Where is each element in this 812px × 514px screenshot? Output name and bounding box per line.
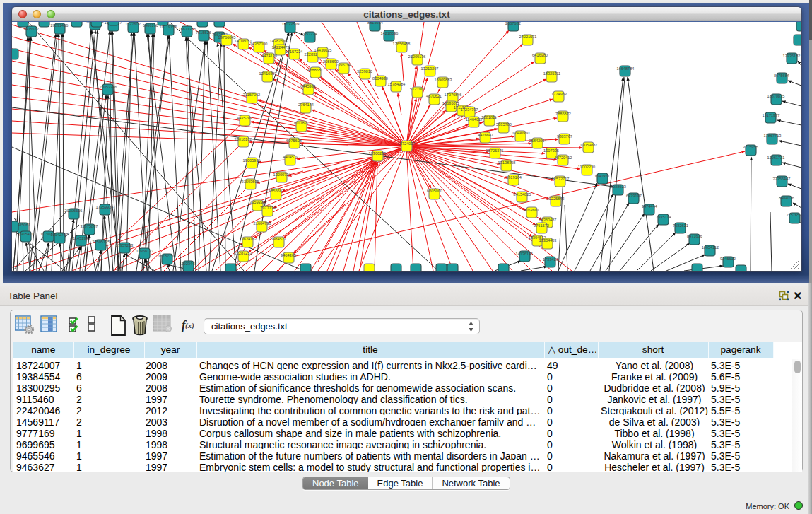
svg-text:24221571: 24221571 [519,35,537,39]
svg-text:3259810: 3259810 [357,69,372,74]
svg-text:12410307: 12410307 [259,71,277,76]
svg-text:3881811: 3881811 [481,115,496,119]
svg-text:17059887: 17059887 [580,143,598,147]
svg-text:17957253: 17957253 [116,243,134,247]
svg-text:2935114: 2935114 [656,215,671,219]
svg-text:15784984: 15784984 [388,82,406,86]
svg-text:16671355: 16671355 [179,27,196,31]
svg-text:4435289: 4435289 [237,116,252,120]
svg-text:21209136: 21209136 [408,54,426,59]
svg-text:14436625: 14436625 [314,48,332,52]
svg-text:18725376: 18725376 [486,148,504,153]
svg-text:6466160: 6466160 [143,23,158,28]
svg-text:6445991: 6445991 [300,84,316,88]
svg-text:5984527: 5984527 [271,237,286,241]
svg-text:18724007: 18724007 [398,141,416,146]
svg-text:14357000: 14357000 [250,42,268,46]
svg-text:2764144: 2764144 [298,103,314,107]
svg-text:4404579: 4404579 [283,155,298,159]
svg-text:11464027: 11464027 [466,117,483,122]
svg-text:11002230: 11002230 [578,165,595,169]
svg-text:1855667: 1855667 [269,189,284,193]
svg-text:8813014: 8813014 [367,22,383,25]
svg-text:20891406: 20891406 [51,23,69,28]
svg-text:6479197: 6479197 [626,194,642,198]
svg-text:24154825: 24154825 [514,192,531,197]
svg-text:19766045: 19766045 [218,35,236,40]
svg-text:19171977: 19171977 [763,113,780,117]
svg-text:22572717: 22572717 [552,177,570,181]
svg-text:16909883: 16909883 [435,78,452,82]
svg-text:7632621: 7632621 [673,223,688,228]
svg-text:3215955: 3215955 [743,145,758,149]
svg-text:(x): (x) [185,321,194,330]
svg-text:21576524: 21576524 [787,213,801,217]
svg-text:8471636: 8471636 [687,234,702,238]
svg-text:13624162: 13624162 [240,237,257,241]
svg-text:8004930: 8004930 [372,76,388,81]
svg-text:4870621: 4870621 [426,94,442,98]
svg-text:16782759: 16782759 [158,254,176,258]
svg-text:21604736: 21604736 [254,221,271,226]
svg-text:3915411: 3915411 [18,232,33,236]
svg-text:1907395: 1907395 [543,148,559,153]
svg-text:17359924: 17359924 [96,205,114,209]
svg-text:14387508: 14387508 [270,39,288,43]
svg-text:7885872: 7885872 [555,112,571,116]
svg-text:12923448: 12923448 [180,262,197,266]
svg-text:8938923: 8938923 [611,185,626,189]
svg-text:6416980: 6416980 [532,53,548,57]
svg-text:4053807: 4053807 [524,208,539,212]
svg-text:16033809: 16033809 [282,22,300,26]
svg-text:8475684: 8475684 [774,74,789,78]
svg-text:12496950: 12496950 [512,131,530,135]
svg-text:7977734: 7977734 [260,206,276,210]
svg-text:16648784: 16648784 [617,66,635,71]
svg-text:6075608: 6075608 [286,139,302,143]
svg-text:13219297: 13219297 [421,66,439,71]
svg-text:21593605: 21593605 [242,180,259,184]
svg-text:1527602: 1527602 [125,22,141,26]
svg-text:25842064: 25842064 [529,139,547,143]
svg-text:23505135: 23505135 [93,240,110,244]
svg-text:9245612: 9245612 [720,257,736,261]
svg-text:5121901: 5121901 [410,87,425,91]
svg-text:14218596: 14218596 [381,31,399,35]
svg-text:4428847: 4428847 [478,133,493,137]
svg-text:9474444: 9474444 [642,204,657,209]
svg-text:3359399: 3359399 [249,200,265,204]
svg-text:7395794: 7395794 [336,63,351,67]
svg-text:5919164: 5919164 [506,175,522,180]
svg-text:9761572: 9761572 [534,223,549,228]
svg-text:17867713: 17867713 [764,134,782,138]
svg-text:8484036: 8484036 [779,196,794,200]
svg-text:20018102: 20018102 [235,137,252,141]
svg-text:5835780: 5835780 [496,122,512,127]
svg-text:13138398: 13138398 [498,160,516,165]
svg-text:20053346: 20053346 [100,85,117,89]
svg-text:9883767: 9883767 [557,134,572,139]
svg-text:9464365: 9464365 [281,253,296,257]
svg-text:19225842: 19225842 [547,197,565,201]
svg-text:18300295: 18300295 [369,151,387,156]
svg-text:10958127: 10958127 [136,249,154,253]
svg-text:12656458: 12656458 [393,42,411,46]
svg-text:22355447: 22355447 [773,177,791,181]
svg-text:14136141: 14136141 [516,252,534,256]
svg-text:20206526: 20206526 [65,209,83,213]
svg-text:1774963: 1774963 [551,92,567,96]
svg-text:12942757: 12942757 [51,233,69,237]
svg-text:18325311: 18325311 [543,71,560,76]
svg-text:21157062: 21157062 [243,93,260,97]
svg-text:1640951: 1640951 [594,174,610,178]
svg-text:1405572: 1405572 [23,27,39,31]
svg-text:4474128: 4474128 [261,54,277,58]
svg-text:13200724: 13200724 [273,173,291,177]
svg-text:32975867: 32975867 [81,224,98,228]
svg-text:4688581: 4688581 [307,68,323,72]
svg-text:1145194: 1145194 [73,236,88,240]
svg-text:13304403: 13304403 [539,238,557,243]
svg-text:18720412: 18720412 [555,156,572,160]
svg-text:7857224: 7857224 [302,32,317,36]
svg-text:2087682: 2087682 [505,22,521,25]
